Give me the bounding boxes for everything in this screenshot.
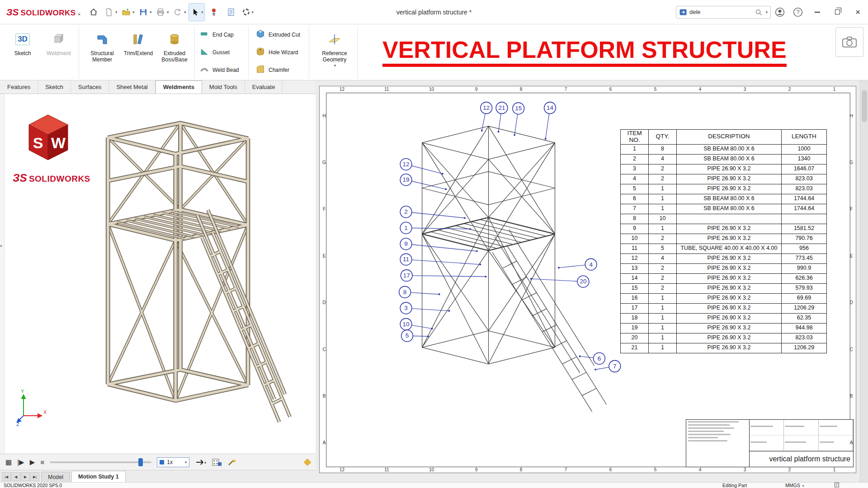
bom-row[interactable]: 810 bbox=[621, 214, 827, 224]
balloon[interactable]: 3 bbox=[400, 302, 412, 314]
tab-motion-study-1[interactable]: Motion Study 1 bbox=[71, 471, 126, 482]
play-from-start-button[interactable]: |▶ bbox=[17, 459, 24, 465]
open-caret-icon[interactable]: ▾ bbox=[132, 10, 135, 14]
rebuild-button[interactable] bbox=[206, 3, 222, 21]
bom-row[interactable]: 201PIPE 26.90 X 3.2823.03 bbox=[621, 333, 827, 343]
bom-row[interactable]: 115TUBE, SQUARE 40.00 X 40.00 X 4.00956 bbox=[621, 244, 827, 253]
bom-row[interactable]: 42PIPE 26.90 X 3.2823.03 bbox=[621, 174, 827, 184]
search-caret-icon[interactable]: ▾ bbox=[765, 10, 768, 14]
reference-geometry-button[interactable]: Reference Geometry ▾ bbox=[314, 26, 355, 79]
print-button[interactable]: ▾ bbox=[154, 3, 170, 21]
balloon[interactable]: 8 bbox=[399, 286, 411, 298]
sheet-properties-button[interactable] bbox=[223, 3, 239, 21]
bom-row[interactable]: 24SB BEAM 80.00 X 61340 bbox=[621, 154, 827, 164]
bom-row[interactable]: 191PIPE 26.90 X 3.2944.98 bbox=[621, 323, 827, 333]
end-cap-button[interactable]: End Cap bbox=[197, 27, 246, 43]
extruded-boss-button[interactable]: Extruded Boss/Base bbox=[156, 26, 193, 79]
balloon[interactable]: 1 bbox=[400, 222, 412, 234]
save-button[interactable]: ▾ bbox=[137, 3, 153, 21]
account-button[interactable] bbox=[771, 0, 789, 24]
search-icon[interactable] bbox=[755, 9, 762, 16]
tab-mold-tools[interactable]: Mold Tools bbox=[202, 80, 245, 94]
animation-wizard-icon[interactable] bbox=[227, 458, 237, 466]
tab-sketch[interactable]: Sketch bbox=[38, 80, 71, 94]
bom-row[interactable]: 91PIPE 26.90 X 3.21581.52 bbox=[621, 224, 827, 234]
motion-settings-icon[interactable]: ▦ bbox=[5, 459, 12, 465]
bom-row[interactable]: 61SB BEAM 80.00 X 61744.64 bbox=[621, 194, 827, 204]
tab-features[interactable]: Features bbox=[0, 80, 38, 94]
playback-mode-icon[interactable] bbox=[195, 458, 207, 466]
balloon[interactable]: 10 bbox=[400, 319, 412, 330]
open-button[interactable]: ▾ bbox=[120, 3, 136, 21]
undo-caret-icon[interactable]: ▾ bbox=[184, 10, 186, 14]
drawing-scrollbar[interactable] bbox=[860, 80, 868, 482]
bom-row[interactable]: 102PIPE 26.90 X 3.2790.76 bbox=[621, 234, 827, 244]
stop-button[interactable]: ■ bbox=[40, 459, 44, 465]
chamfer-button[interactable]: Chamfer bbox=[253, 62, 307, 78]
bom-row[interactable]: 142PIPE 26.90 X 3.2626.36 bbox=[621, 273, 827, 283]
save-caret-icon[interactable]: ▾ bbox=[150, 10, 152, 14]
bom-row[interactable]: 32PIPE 26.90 X 3.21646.07 bbox=[621, 164, 827, 174]
tab-model[interactable]: Model bbox=[41, 472, 70, 482]
search-box[interactable]: ▾ bbox=[676, 6, 771, 19]
search-commands-icon[interactable] bbox=[679, 8, 687, 16]
balloon[interactable]: 20 bbox=[577, 276, 589, 287]
bom-row[interactable]: 161PIPE 26.90 X 3.269.69 bbox=[621, 293, 827, 303]
undo-button[interactable]: ▾ bbox=[171, 3, 188, 21]
drawing-viewport[interactable]: 12211514121921911178310542067 ITEM NO. Q… bbox=[316, 80, 868, 482]
new-document-button[interactable]: ▾ bbox=[103, 3, 119, 21]
bom-row[interactable]: 51PIPE 26.90 X 3.2823.03 bbox=[621, 184, 827, 194]
search-input[interactable] bbox=[689, 9, 753, 15]
bom-row[interactable]: 132PIPE 26.90 X 3.2990.9 bbox=[621, 263, 827, 273]
print-caret-icon[interactable]: ▾ bbox=[167, 10, 169, 14]
select-tool-button[interactable]: ▾ bbox=[189, 3, 205, 21]
tab-sheet-metal[interactable]: Sheet Metal bbox=[109, 80, 155, 94]
model-viewport[interactable]: ◂ S W ЗS SOLIDWORKS bbox=[0, 94, 316, 454]
units-select[interactable]: MMGS ▾ bbox=[785, 483, 804, 488]
balloon[interactable]: 19 bbox=[400, 174, 412, 186]
tab-scroll-first-button[interactable]: |◀ bbox=[2, 472, 11, 481]
options-caret-icon[interactable]: ▾ bbox=[251, 10, 254, 14]
bom-row[interactable]: 18SB BEAM 80.00 X 61000 bbox=[621, 144, 827, 154]
drawing-sheet[interactable]: 12211514121921911178310542067 ITEM NO. Q… bbox=[319, 86, 856, 473]
home-button[interactable] bbox=[85, 3, 102, 21]
select-tool-caret-icon[interactable]: ▾ bbox=[201, 10, 203, 14]
solidworks-logo[interactable]: ЗS SOLIDWORKS ▸ bbox=[0, 7, 85, 18]
bom-row[interactable]: 152PIPE 26.90 X 3.2579.93 bbox=[621, 283, 827, 293]
balloon[interactable]: 17 bbox=[401, 270, 412, 282]
save-animation-icon[interactable] bbox=[212, 458, 222, 466]
tab-scroll-next-button[interactable]: ▶ bbox=[21, 472, 30, 481]
tab-evaluate[interactable]: Evaluate bbox=[245, 80, 283, 94]
balloon[interactable]: 15 bbox=[513, 103, 524, 114]
expand-panel-icon[interactable]: ◂ bbox=[0, 243, 2, 248]
play-button[interactable]: ▶ bbox=[30, 459, 35, 465]
balloon[interactable]: 12 bbox=[400, 159, 412, 170]
tab-scroll-last-button[interactable]: ▶| bbox=[30, 472, 39, 481]
balloon[interactable]: 9 bbox=[400, 238, 412, 250]
platform-3d-model[interactable] bbox=[89, 106, 301, 429]
bom-row[interactable]: 181PIPE 26.90 X 3.262.35 bbox=[621, 313, 827, 323]
weld-bead-button[interactable]: Weld Bead bbox=[197, 62, 246, 78]
bom-row[interactable]: 211PIPE 26.90 X 3.21206.29 bbox=[621, 343, 827, 353]
timeline-slider[interactable] bbox=[50, 461, 151, 463]
options-button[interactable]: ▾ bbox=[240, 3, 256, 21]
balloon[interactable]: 7 bbox=[609, 361, 621, 372]
weldment-button[interactable]: Weldment bbox=[41, 26, 77, 79]
balloon[interactable]: 21 bbox=[496, 102, 508, 114]
bom-row[interactable]: 171PIPE 26.90 X 3.21206.29 bbox=[621, 303, 827, 313]
reference-geometry-caret-icon[interactable]: ▾ bbox=[334, 63, 336, 68]
bom-row[interactable]: 124PIPE 26.90 X 3.2773.45 bbox=[621, 253, 827, 263]
balloon[interactable]: 11 bbox=[400, 253, 412, 265]
tab-weldments[interactable]: Weldments bbox=[156, 80, 202, 94]
minimize-button[interactable] bbox=[807, 0, 827, 24]
bom-row[interactable]: 71SB BEAM 80.00 X 61744.64 bbox=[621, 204, 827, 214]
screen-capture-panel[interactable] bbox=[835, 27, 863, 57]
balloon[interactable]: 6 bbox=[594, 352, 605, 364]
hole-wizard-button[interactable]: Hole Wizard bbox=[253, 44, 307, 61]
collapse-splitter-icon[interactable] bbox=[304, 458, 311, 466]
structural-member-button[interactable]: Structural Member bbox=[84, 26, 120, 79]
balloon[interactable]: 5 bbox=[401, 330, 413, 342]
tab-surfaces[interactable]: Surfaces bbox=[71, 80, 109, 94]
feature-manager-collapsed-strip[interactable]: ◂ bbox=[0, 94, 5, 454]
balloon[interactable]: 12 bbox=[481, 102, 492, 114]
